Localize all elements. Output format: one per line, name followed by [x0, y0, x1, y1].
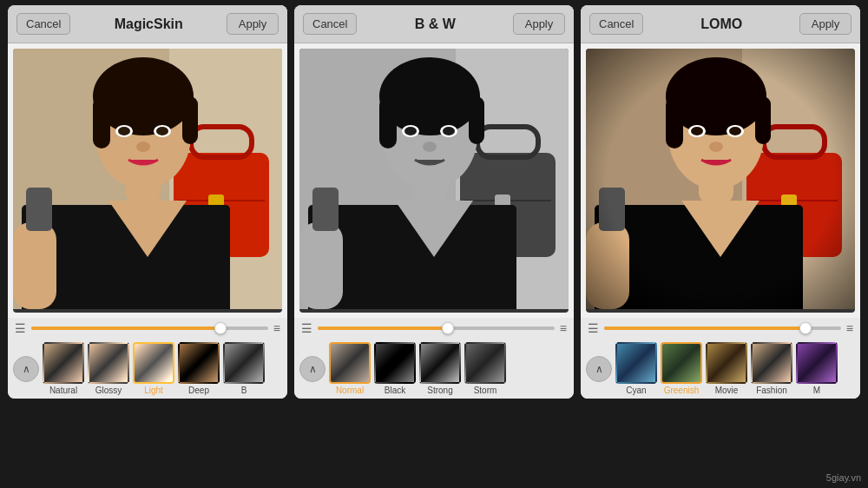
filters-strip-bw: Normal Black Strong Storm: [329, 342, 569, 395]
filter-thumb-storm: [464, 342, 506, 384]
filter-black[interactable]: Black: [374, 342, 416, 395]
svg-point-42: [443, 127, 455, 135]
svg-rect-37: [379, 96, 397, 148]
svg-rect-44: [299, 222, 343, 309]
filter-m[interactable]: M: [796, 342, 838, 395]
title-magicskin: MagicSkin: [70, 16, 227, 32]
slider-right-icon-lomo: ≡: [846, 321, 853, 335]
header-lomo: Cancel LOMO Apply: [581, 5, 860, 43]
filter-glossy[interactable]: Glossy: [88, 342, 129, 395]
watermark: 5giay.vn: [826, 472, 861, 483]
slider-thumb-lomo[interactable]: [799, 322, 812, 334]
svg-point-40: [404, 127, 417, 135]
slider-left-icon-bw: ☰: [301, 321, 312, 335]
apply-button-lomo[interactable]: Apply: [799, 13, 852, 35]
svg-rect-22: [26, 188, 52, 231]
slider-fill-lomo: [604, 326, 806, 330]
slider-thumb-magicskin[interactable]: [214, 322, 227, 334]
panels-container: Cancel MagicSkin Apply: [4, 5, 864, 483]
slider-track-magicskin[interactable]: [31, 326, 268, 330]
filter-thumb-greenish: [661, 342, 702, 384]
nav-up-bw[interactable]: ∧: [299, 356, 326, 382]
filter-label-natural: Natural: [49, 386, 77, 395]
filter-thumb-b: [223, 342, 265, 384]
nav-up-magicskin[interactable]: ∧: [13, 356, 39, 382]
filter-normal[interactable]: Normal: [329, 342, 371, 395]
title-bw: B & W: [357, 16, 513, 32]
photo-svg-bw: [299, 49, 569, 309]
filter-greenish[interactable]: Greenish: [661, 342, 702, 395]
slider-right-icon-bw: ≡: [560, 321, 567, 335]
filter-label-normal: Normal: [336, 386, 364, 395]
cancel-button-bw[interactable]: Cancel: [303, 13, 357, 35]
filter-deep[interactable]: Deep: [178, 342, 220, 395]
slider-left-icon-lomo: ☰: [588, 321, 599, 335]
filter-label-greenish: Greenish: [664, 386, 700, 395]
slider-area-bw: ☰ ≡: [294, 318, 574, 339]
filter-thumb-cyan: [615, 342, 657, 384]
filter-label-storm: Storm: [474, 386, 497, 395]
slider-fill-magicskin: [31, 326, 220, 330]
filter-label-b: B: [241, 386, 247, 395]
filter-natural[interactable]: Natural: [43, 342, 84, 395]
slider-area-magicskin: ☰ ≡: [8, 318, 287, 339]
title-lomo: LOMO: [643, 16, 799, 32]
bottom-area-lomo: ∧ Cyan Greenish Movie Fashion: [581, 339, 860, 399]
svg-rect-38: [469, 96, 484, 144]
slider-thumb-bw[interactable]: [442, 322, 454, 334]
filters-strip-magicskin: Natural Glossy Light Deep B: [43, 342, 282, 395]
filter-label-black: Black: [385, 386, 405, 395]
photo-bw: [299, 49, 569, 313]
filter-strong[interactable]: Strong: [419, 342, 461, 395]
filters-strip-lomo: Cyan Greenish Movie Fashion M: [615, 342, 855, 395]
filter-label-m: M: [813, 386, 820, 395]
nav-up-lomo[interactable]: ∧: [586, 356, 612, 382]
svg-point-19: [156, 127, 168, 135]
filter-label-glossy: Glossy: [95, 386, 122, 395]
svg-rect-45: [312, 188, 339, 231]
filter-label-cyan: Cyan: [626, 386, 646, 395]
filter-thumb-natural: [43, 342, 84, 384]
filter-thumb-fashion: [751, 342, 792, 384]
filter-light[interactable]: Light: [133, 342, 174, 395]
filter-label-strong: Strong: [427, 386, 452, 395]
slider-fill-bw: [318, 326, 448, 330]
photo-svg-lomo: [586, 49, 855, 309]
slider-track-bw[interactable]: [318, 326, 555, 330]
filter-label-deep: Deep: [188, 386, 209, 395]
svg-rect-14: [93, 96, 110, 148]
filter-movie[interactable]: Movie: [706, 342, 747, 395]
header-magicskin: Cancel MagicSkin Apply: [8, 5, 287, 43]
svg-point-17: [118, 127, 130, 135]
filter-label-light: Light: [144, 386, 163, 395]
photo-svg-magicskin: [13, 49, 282, 309]
slider-track-lomo[interactable]: [604, 326, 841, 330]
photo-magicskin: [13, 49, 282, 313]
filter-fashion[interactable]: Fashion: [751, 342, 792, 395]
cancel-button-lomo[interactable]: Cancel: [589, 13, 643, 35]
apply-button-magicskin[interactable]: Apply: [227, 13, 279, 35]
filter-storm[interactable]: Storm: [464, 342, 506, 395]
filter-thumb-movie: [706, 342, 747, 384]
filter-thumb-strong: [419, 342, 461, 384]
apply-button-bw[interactable]: Apply: [513, 13, 565, 35]
slider-left-icon-magicskin: ☰: [15, 321, 26, 335]
filter-thumb-m: [796, 342, 838, 384]
filter-thumb-deep: [178, 342, 220, 384]
filter-thumb-glossy: [88, 342, 129, 384]
svg-point-20: [136, 142, 150, 152]
panel-bw: Cancel B & W Apply: [294, 5, 574, 399]
filter-thumb-light: [133, 342, 174, 384]
svg-rect-30: [495, 195, 510, 207]
slider-right-icon-magicskin: ≡: [273, 321, 280, 335]
cancel-button-magicskin[interactable]: Cancel: [16, 13, 70, 35]
filter-b[interactable]: B: [223, 342, 265, 395]
bottom-area-magicskin: ∧ Natural Glossy Light Deep: [8, 339, 287, 399]
filter-cyan[interactable]: Cyan: [615, 342, 657, 395]
svg-rect-15: [182, 96, 198, 144]
svg-rect-21: [13, 222, 56, 309]
svg-rect-7: [208, 195, 224, 207]
panel-lomo: Cancel LOMO Apply: [581, 5, 860, 399]
svg-point-43: [423, 142, 437, 152]
filter-label-fashion: Fashion: [756, 386, 787, 395]
